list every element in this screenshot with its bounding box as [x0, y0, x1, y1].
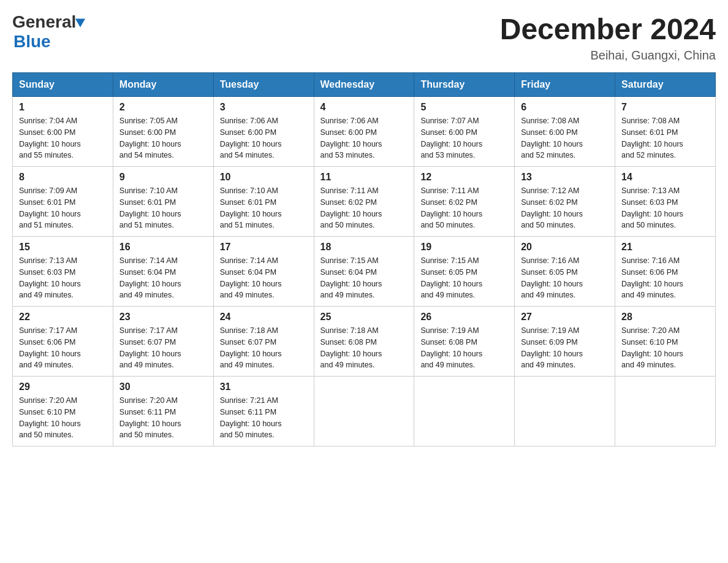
day-number: 27: [521, 312, 609, 323]
calendar-cell: 30Sunrise: 7:20 AMSunset: 6:11 PMDayligh…: [113, 377, 213, 446]
weekday-header-row: SundayMondayTuesdayWednesdayThursdayFrid…: [13, 73, 716, 97]
page-header: General Blue December 2024 Beihai, Guang…: [12, 12, 716, 63]
calendar-cell: 13Sunrise: 7:12 AMSunset: 6:02 PMDayligh…: [515, 167, 615, 237]
calendar-cell: 12Sunrise: 7:11 AMSunset: 6:02 PMDayligh…: [414, 167, 515, 237]
day-info: Sunrise: 7:14 AMSunset: 6:04 PMDaylight:…: [119, 255, 207, 301]
day-number: 29: [19, 381, 107, 393]
day-number: 8: [19, 172, 107, 183]
location-text: Beihai, Guangxi, China: [500, 48, 716, 63]
calendar-cell: [515, 377, 615, 446]
week-row-5: 29Sunrise: 7:20 AMSunset: 6:10 PMDayligh…: [13, 377, 716, 446]
day-number: 14: [621, 172, 709, 183]
day-info: Sunrise: 7:11 AMSunset: 6:02 PMDaylight:…: [320, 185, 408, 231]
day-info: Sunrise: 7:08 AMSunset: 6:01 PMDaylight:…: [621, 115, 709, 161]
day-info: Sunrise: 7:10 AMSunset: 6:01 PMDaylight:…: [220, 185, 308, 231]
day-info: Sunrise: 7:11 AMSunset: 6:02 PMDaylight:…: [420, 185, 508, 231]
calendar-cell: 23Sunrise: 7:17 AMSunset: 6:07 PMDayligh…: [113, 307, 213, 377]
day-info: Sunrise: 7:09 AMSunset: 6:01 PMDaylight:…: [19, 185, 107, 231]
week-row-1: 1Sunrise: 7:04 AMSunset: 6:00 PMDaylight…: [13, 97, 716, 167]
day-info: Sunrise: 7:19 AMSunset: 6:09 PMDaylight:…: [521, 325, 609, 371]
calendar-cell: 4Sunrise: 7:06 AMSunset: 6:00 PMDaylight…: [314, 97, 414, 167]
weekday-header-monday: Monday: [113, 73, 213, 97]
calendar-cell: 22Sunrise: 7:17 AMSunset: 6:06 PMDayligh…: [13, 307, 113, 377]
day-number: 19: [420, 242, 508, 253]
calendar-cell: 29Sunrise: 7:20 AMSunset: 6:10 PMDayligh…: [13, 377, 113, 446]
calendar-cell: 11Sunrise: 7:11 AMSunset: 6:02 PMDayligh…: [314, 167, 414, 237]
day-number: 25: [320, 312, 408, 323]
day-number: 28: [621, 312, 709, 323]
day-number: 2: [119, 102, 207, 113]
day-info: Sunrise: 7:06 AMSunset: 6:00 PMDaylight:…: [220, 115, 308, 161]
calendar-cell: 24Sunrise: 7:18 AMSunset: 6:07 PMDayligh…: [213, 307, 314, 377]
logo-triangle-icon: [75, 15, 88, 28]
day-info: Sunrise: 7:18 AMSunset: 6:07 PMDaylight:…: [220, 325, 308, 371]
day-info: Sunrise: 7:04 AMSunset: 6:00 PMDaylight:…: [19, 115, 107, 161]
week-row-4: 22Sunrise: 7:17 AMSunset: 6:06 PMDayligh…: [13, 307, 716, 377]
week-row-3: 15Sunrise: 7:13 AMSunset: 6:03 PMDayligh…: [13, 237, 716, 307]
day-info: Sunrise: 7:15 AMSunset: 6:04 PMDaylight:…: [320, 255, 408, 301]
day-info: Sunrise: 7:08 AMSunset: 6:00 PMDaylight:…: [521, 115, 609, 161]
day-info: Sunrise: 7:19 AMSunset: 6:08 PMDaylight:…: [420, 325, 508, 371]
day-number: 23: [119, 312, 207, 323]
day-info: Sunrise: 7:14 AMSunset: 6:04 PMDaylight:…: [220, 255, 308, 301]
day-number: 4: [320, 102, 408, 113]
day-info: Sunrise: 7:20 AMSunset: 6:10 PMDaylight:…: [621, 325, 709, 371]
calendar-cell: 25Sunrise: 7:18 AMSunset: 6:08 PMDayligh…: [314, 307, 414, 377]
day-info: Sunrise: 7:17 AMSunset: 6:07 PMDaylight:…: [119, 325, 207, 371]
day-info: Sunrise: 7:21 AMSunset: 6:11 PMDaylight:…: [220, 395, 308, 441]
weekday-header-thursday: Thursday: [414, 73, 515, 97]
day-number: 5: [420, 102, 508, 113]
day-info: Sunrise: 7:13 AMSunset: 6:03 PMDaylight:…: [19, 255, 107, 301]
logo-general-text: General: [12, 12, 76, 32]
calendar-cell: [615, 377, 716, 446]
day-number: 16: [119, 242, 207, 253]
calendar-cell: 1Sunrise: 7:04 AMSunset: 6:00 PMDaylight…: [13, 97, 113, 167]
day-info: Sunrise: 7:10 AMSunset: 6:01 PMDaylight:…: [119, 185, 207, 231]
day-number: 6: [521, 102, 609, 113]
day-number: 9: [119, 172, 207, 183]
calendar-cell: 19Sunrise: 7:15 AMSunset: 6:05 PMDayligh…: [414, 237, 515, 307]
calendar-cell: 7Sunrise: 7:08 AMSunset: 6:01 PMDaylight…: [615, 97, 716, 167]
day-number: 26: [420, 312, 508, 323]
weekday-header-wednesday: Wednesday: [314, 73, 414, 97]
day-info: Sunrise: 7:05 AMSunset: 6:00 PMDaylight:…: [119, 115, 207, 161]
calendar-cell: 18Sunrise: 7:15 AMSunset: 6:04 PMDayligh…: [314, 237, 414, 307]
day-info: Sunrise: 7:13 AMSunset: 6:03 PMDaylight:…: [621, 185, 709, 231]
calendar-cell: [314, 377, 414, 446]
calendar-cell: 16Sunrise: 7:14 AMSunset: 6:04 PMDayligh…: [113, 237, 213, 307]
day-number: 1: [19, 102, 107, 113]
weekday-header-saturday: Saturday: [615, 73, 716, 97]
calendar-cell: 14Sunrise: 7:13 AMSunset: 6:03 PMDayligh…: [615, 167, 716, 237]
day-info: Sunrise: 7:07 AMSunset: 6:00 PMDaylight:…: [420, 115, 508, 161]
day-number: 22: [19, 312, 107, 323]
day-number: 3: [220, 102, 308, 113]
day-number: 21: [621, 242, 709, 253]
day-info: Sunrise: 7:20 AMSunset: 6:10 PMDaylight:…: [19, 395, 107, 441]
logo: General Blue: [12, 12, 86, 52]
weekday-header-sunday: Sunday: [13, 73, 113, 97]
day-info: Sunrise: 7:16 AMSunset: 6:05 PMDaylight:…: [521, 255, 609, 301]
calendar-cell: 3Sunrise: 7:06 AMSunset: 6:00 PMDaylight…: [213, 97, 314, 167]
day-number: 20: [521, 242, 609, 253]
calendar-cell: 17Sunrise: 7:14 AMSunset: 6:04 PMDayligh…: [213, 237, 314, 307]
day-number: 30: [119, 381, 207, 393]
day-number: 24: [220, 312, 308, 323]
day-info: Sunrise: 7:12 AMSunset: 6:02 PMDaylight:…: [521, 185, 609, 231]
calendar-table: SundayMondayTuesdayWednesdayThursdayFrid…: [12, 72, 716, 446]
calendar-cell: 28Sunrise: 7:20 AMSunset: 6:10 PMDayligh…: [615, 307, 716, 377]
day-number: 11: [320, 172, 408, 183]
calendar-cell: 26Sunrise: 7:19 AMSunset: 6:08 PMDayligh…: [414, 307, 515, 377]
calendar-cell: 21Sunrise: 7:16 AMSunset: 6:06 PMDayligh…: [615, 237, 716, 307]
calendar-cell: 5Sunrise: 7:07 AMSunset: 6:00 PMDaylight…: [414, 97, 515, 167]
calendar-cell: 20Sunrise: 7:16 AMSunset: 6:05 PMDayligh…: [515, 237, 615, 307]
calendar-cell: 10Sunrise: 7:10 AMSunset: 6:01 PMDayligh…: [213, 167, 314, 237]
day-number: 10: [220, 172, 308, 183]
month-title: December 2024: [500, 12, 716, 46]
day-number: 15: [19, 242, 107, 253]
day-info: Sunrise: 7:16 AMSunset: 6:06 PMDaylight:…: [621, 255, 709, 301]
weekday-header-tuesday: Tuesday: [213, 73, 314, 97]
calendar-cell: 8Sunrise: 7:09 AMSunset: 6:01 PMDaylight…: [13, 167, 113, 237]
day-number: 7: [621, 102, 709, 113]
day-number: 17: [220, 242, 308, 253]
calendar-cell: 9Sunrise: 7:10 AMSunset: 6:01 PMDaylight…: [113, 167, 213, 237]
